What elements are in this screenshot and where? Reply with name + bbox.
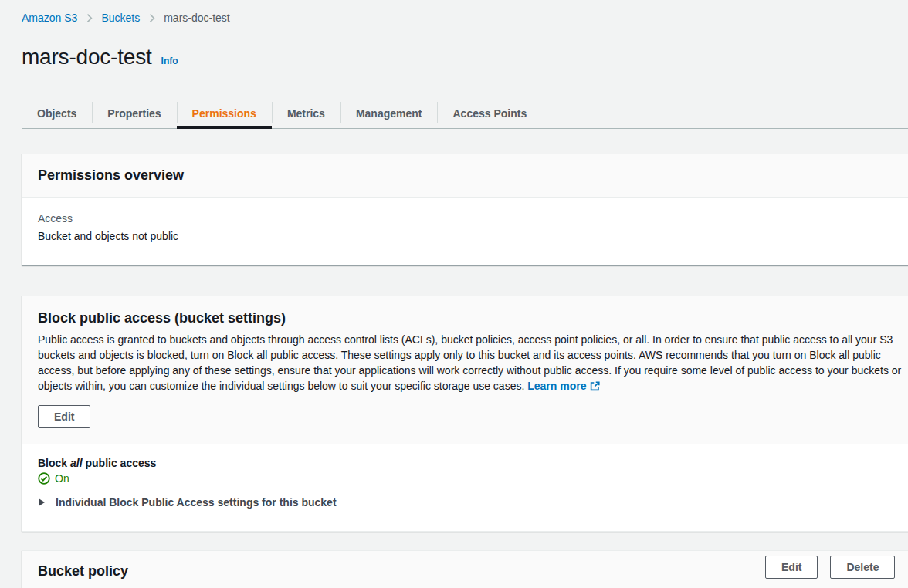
page-header: mars-doc-test Info — [22, 45, 908, 69]
chevron-right-icon — [147, 13, 157, 23]
tab-management[interactable]: Management — [340, 98, 438, 128]
tab-metrics[interactable]: Metrics — [272, 98, 340, 128]
block-public-access-title: Block public access (bucket settings) — [38, 310, 908, 326]
block-all-status-row: On — [38, 472, 908, 485]
edit-bucket-policy-button[interactable]: Edit — [765, 556, 818, 579]
delete-bucket-policy-button[interactable]: Delete — [830, 556, 895, 579]
breadcrumb-current-bucket: mars-doc-test — [164, 12, 230, 24]
bucket-policy-header: Bucket policy The bucket policy, written… — [22, 551, 908, 588]
block-public-access-description-text: Public access is granted to buckets and … — [38, 333, 901, 392]
access-label: Access — [38, 212, 908, 225]
info-link[interactable]: Info — [161, 56, 178, 66]
block-all-suffix: public access — [85, 457, 156, 469]
check-circle-icon — [38, 472, 50, 485]
bucket-policy-card: Bucket policy The bucket policy, written… — [22, 550, 908, 588]
tab-permissions[interactable]: Permissions — [177, 98, 272, 128]
learn-more-label: Learn more — [527, 380, 586, 392]
individual-settings-label: Individual Block Public Access settings … — [56, 496, 337, 509]
tab-bar: Objects Properties Permissions Metrics M… — [22, 98, 908, 129]
breadcrumb: Amazon S3 Buckets mars-doc-test — [22, 0, 908, 24]
block-all-italic: all — [70, 457, 83, 469]
permissions-overview-card: Permissions overview Access Bucket and o… — [22, 154, 908, 265]
block-all-prefix: Block — [38, 457, 67, 469]
block-public-access-body: Block all public access On Individual Bl… — [22, 444, 908, 531]
breadcrumb-amazon-s3[interactable]: Amazon S3 — [22, 12, 77, 24]
permissions-overview-title: Permissions overview — [38, 167, 908, 184]
block-public-access-card: Block public access (bucket settings) Pu… — [22, 296, 908, 532]
external-link-icon — [590, 381, 600, 394]
individual-settings-expander[interactable]: Individual Block Public Access settings … — [38, 496, 908, 509]
block-public-access-header: Block public access (bucket settings) Pu… — [22, 296, 908, 444]
tab-properties[interactable]: Properties — [92, 98, 176, 128]
permissions-overview-body: Access Bucket and objects not public — [22, 198, 908, 265]
page-title: mars-doc-test — [22, 45, 152, 69]
block-all-public-access-label: Block all public access — [38, 457, 908, 469]
block-public-access-description: Public access is granted to buckets and … — [38, 332, 904, 395]
bucket-policy-actions: Edit Delete — [765, 556, 895, 579]
expand-triangle-icon — [38, 498, 46, 507]
tab-access-points[interactable]: Access Points — [437, 98, 542, 128]
breadcrumb-buckets[interactable]: Buckets — [101, 12, 140, 24]
permissions-overview-header: Permissions overview — [22, 154, 908, 198]
edit-block-public-access-button[interactable]: Edit — [38, 405, 90, 428]
s3-permissions-page: Amazon S3 Buckets mars-doc-test mars-doc… — [0, 0, 908, 588]
learn-more-link[interactable]: Learn more — [527, 380, 600, 392]
chevron-right-icon — [84, 13, 94, 23]
access-value-tooltip-trigger[interactable]: Bucket and objects not public — [38, 230, 178, 245]
status-on-text: On — [55, 472, 69, 485]
tab-objects[interactable]: Objects — [22, 98, 92, 128]
